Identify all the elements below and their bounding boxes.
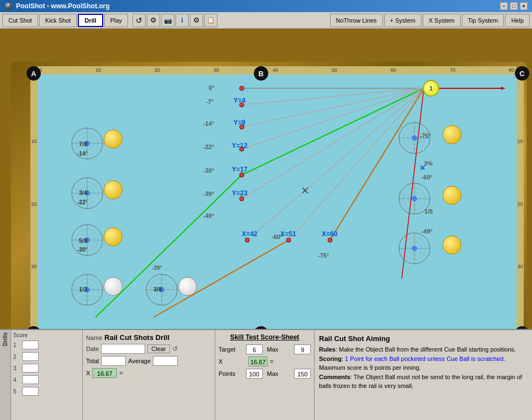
no-throw-button[interactable]: NoThrow Lines bbox=[330, 14, 383, 27]
date-label: Date bbox=[86, 345, 99, 352]
cut-shot-button[interactable]: Cut Shot bbox=[2, 14, 38, 27]
equals-sheet: = bbox=[270, 358, 273, 365]
clear-button[interactable]: Clear bbox=[147, 344, 169, 353]
camera-icon-button[interactable]: 📷 bbox=[161, 14, 174, 27]
svg-line-9 bbox=[289, 88, 424, 240]
plus-system-button[interactable]: + System bbox=[384, 14, 422, 27]
titlebar-left: 🎱 PoolShot - www.PoolShot.org bbox=[4, 2, 110, 10]
score-sheet-panel: Skill Test Score-Sheet Target 6 Max 9 X … bbox=[215, 330, 315, 420]
svg-point-20 bbox=[240, 173, 244, 177]
pocket-a: A bbox=[26, 66, 41, 81]
right-ball-group-3 bbox=[398, 232, 431, 265]
refresh-icon-button[interactable]: ↺ bbox=[132, 14, 146, 27]
points-row: Points 100 Max 150 bbox=[219, 369, 311, 379]
close-button[interactable]: × bbox=[520, 2, 528, 10]
svg-line-15 bbox=[302, 188, 308, 193]
target-box[interactable]: 6 bbox=[246, 344, 263, 354]
angle-m49: -49° bbox=[203, 212, 214, 219]
angle-m14-left: -14° bbox=[77, 151, 87, 157]
score-box-4[interactable] bbox=[22, 375, 39, 384]
right-1-8: 1/8 bbox=[424, 208, 433, 215]
svg-line-8 bbox=[247, 88, 424, 240]
score-box-2[interactable] bbox=[22, 352, 39, 361]
angle-m7: -7° bbox=[206, 98, 214, 105]
scoring-text: 1 Point for each Ball pocketed unless Cu… bbox=[345, 355, 505, 362]
equals-label: = bbox=[119, 370, 123, 376]
fraction-1-2: 1/2 bbox=[79, 286, 87, 293]
maximize-button[interactable]: □ bbox=[510, 2, 518, 10]
score-row-4: 4 bbox=[13, 374, 80, 385]
white-ball-left bbox=[104, 277, 123, 296]
info-icon-button[interactable]: i bbox=[175, 14, 189, 27]
rules-title: Rail Cut Shot Aiming bbox=[319, 334, 528, 343]
svg-line-7 bbox=[242, 88, 424, 199]
y17-label: Y=17 bbox=[232, 166, 247, 173]
x42-label: X=42 bbox=[242, 230, 257, 238]
ruler-left: 010203040 bbox=[30, 75, 38, 333]
svg-point-22 bbox=[245, 238, 249, 242]
rules-panel: Rail Cut Shot Aiming Rules: Make the Obj… bbox=[315, 330, 532, 420]
felt-surface[interactable]: 1 0° -7° -14° -22° -30° -39° -49° -60° -… bbox=[38, 75, 517, 333]
score-num-2: 2 bbox=[13, 354, 20, 360]
gear-icon-button[interactable]: ⚙ bbox=[190, 14, 203, 27]
angle-m14: -14° bbox=[203, 120, 214, 127]
score-box-5[interactable] bbox=[22, 387, 39, 396]
svg-point-23 bbox=[286, 238, 291, 242]
date-input[interactable] bbox=[101, 344, 145, 354]
score-title: Score bbox=[13, 332, 80, 338]
x-system-button[interactable]: X System bbox=[423, 14, 461, 27]
angle-m22-left: -22° bbox=[77, 199, 87, 205]
comments-bold-label: Comments bbox=[319, 374, 350, 380]
drills-label: Drills bbox=[2, 332, 8, 346]
max-label-1: Max bbox=[267, 346, 290, 353]
points-label: Points bbox=[219, 370, 242, 377]
svg-point-16 bbox=[240, 86, 244, 91]
kick-shot-button[interactable]: Kick Shot bbox=[39, 14, 77, 27]
score-box-1[interactable] bbox=[22, 341, 39, 349]
svg-line-14 bbox=[302, 188, 308, 193]
total-box[interactable] bbox=[101, 356, 126, 366]
yellow-ball-r3 bbox=[443, 236, 461, 254]
minimize-button[interactable]: − bbox=[500, 2, 508, 10]
yellow-ball-r2 bbox=[443, 186, 461, 205]
x-label-sheet: X bbox=[219, 358, 246, 365]
drill-button[interactable]: Drill bbox=[78, 14, 103, 27]
yellow-ball-3 bbox=[104, 227, 123, 246]
average-box[interactable] bbox=[153, 356, 178, 366]
fraction-3-8: 3/8 bbox=[153, 286, 162, 293]
drill-name-value: Rail Cut Shots Drill bbox=[104, 333, 169, 342]
average-label: Average bbox=[128, 358, 151, 364]
svg-line-4 bbox=[242, 88, 424, 127]
svg-line-3 bbox=[242, 88, 424, 105]
total-label: Total bbox=[86, 358, 99, 364]
ruler-right: 010203040 bbox=[517, 75, 524, 333]
score-num-5: 5 bbox=[13, 389, 20, 395]
fraction-3-4: 3/4 bbox=[79, 189, 87, 196]
score-box-3[interactable] bbox=[22, 364, 39, 373]
score-num-1: 1 bbox=[13, 342, 20, 348]
score-row-3: 3 bbox=[13, 363, 80, 374]
tip-system-button[interactable]: Tip System bbox=[462, 14, 504, 27]
angle-m75: -75° bbox=[318, 252, 329, 259]
play-button[interactable]: Play bbox=[104, 14, 128, 27]
pool-table-container: 01020304050607080 010203040 010203040 01… bbox=[0, 29, 532, 349]
cue-ball: 1 bbox=[423, 80, 439, 97]
fraction-7-8: 7/8 bbox=[79, 141, 87, 147]
max-label-2: Max bbox=[267, 370, 290, 377]
score-x-row: X 16.67 = bbox=[219, 357, 311, 366]
right-m60: -60° bbox=[422, 174, 433, 180]
pocket-c: C bbox=[515, 66, 529, 81]
svg-line-10 bbox=[330, 88, 424, 240]
points-box: 100 bbox=[246, 369, 263, 379]
angle-m22: -22° bbox=[203, 143, 214, 150]
max-box-2: 150 bbox=[294, 369, 311, 379]
target-row: Target 6 Max 9 bbox=[219, 344, 311, 354]
fraction-5-8: 5/8 bbox=[79, 237, 87, 244]
info-panel: Drills Score 1 2 3 4 5 Name Rail Cut Sho bbox=[0, 329, 532, 420]
settings-icon-button[interactable]: ⚙ bbox=[147, 14, 160, 27]
angle-m30-left: -30° bbox=[77, 247, 87, 253]
titlebar-controls: − □ × bbox=[500, 2, 528, 10]
help-button[interactable]: Help bbox=[505, 14, 530, 27]
table-icon-button[interactable]: 📋 bbox=[204, 14, 217, 27]
angle-m30: -30° bbox=[203, 167, 214, 174]
